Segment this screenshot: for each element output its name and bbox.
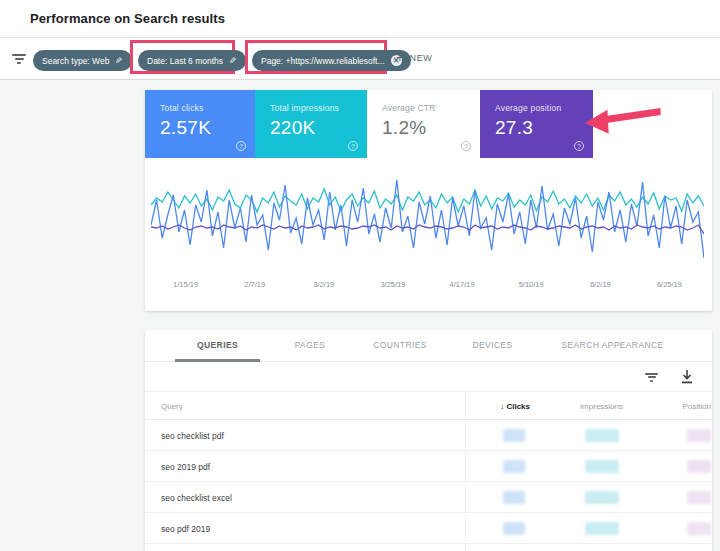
download-icon[interactable] — [681, 370, 693, 384]
annotation-arrow — [582, 102, 664, 138]
pencil-icon: ✎ — [229, 56, 237, 66]
trend-chart-area[interactable] — [151, 170, 704, 270]
performance-chart-card: Total clicks 2.57K ? Total impressions 2… — [145, 90, 712, 311]
metric-tile-average-ctr[interactable]: Average CTR 1.2% ? — [367, 90, 480, 158]
table-header-row: Query ↓ Clicks Impressions Position — [145, 392, 712, 420]
query-cell: seo 2019 pdf — [161, 462, 210, 472]
tab-search-appearance[interactable]: SEARCH APPEARANCE — [545, 340, 680, 350]
blurred-clicks-value — [503, 429, 525, 442]
column-header-query[interactable]: Query — [161, 402, 183, 411]
blurred-clicks-value — [503, 522, 525, 535]
help-icon[interactable]: ? — [236, 141, 246, 151]
column-header-clicks[interactable]: ↓ Clicks — [475, 402, 530, 411]
x-tick: 4/17/19 — [428, 280, 497, 289]
blurred-position-value — [687, 460, 711, 473]
tab-pages[interactable]: PAGES — [280, 340, 340, 350]
metric-value: 27.3 — [495, 117, 533, 139]
metric-tile-total-clicks[interactable]: Total clicks 2.57K ? — [145, 90, 255, 158]
chip-page-label: Page: +https://www.reliablesoft... — [261, 56, 385, 66]
chip-date-filter[interactable]: Date: Last 6 months ✎ — [138, 50, 246, 71]
metric-label: Total impressions — [270, 103, 339, 113]
blurred-clicks-value — [503, 460, 525, 473]
chip-page-filter[interactable]: Page: +https://www.reliablesoft... ✕ — [252, 50, 411, 71]
metric-label: Average position — [495, 103, 561, 113]
metric-value: 220K — [270, 117, 316, 139]
metric-value: 2.57K — [160, 117, 211, 139]
tab-devices[interactable]: DEVICES — [455, 340, 530, 350]
chip-date-label: Date: Last 6 months — [147, 56, 223, 66]
blurred-impressions-value — [585, 522, 619, 535]
metric-value: 1.2% — [382, 117, 427, 139]
plus-icon: + — [396, 51, 404, 64]
results-table-card: QUERIES PAGES COUNTRIES DEVICES SEARCH A… — [145, 330, 712, 551]
new-filter-button[interactable]: + NEW — [396, 51, 432, 64]
column-header-position[interactable]: Position — [641, 402, 711, 411]
metric-label: Total clicks — [160, 103, 204, 113]
chip-search-type[interactable]: Search type: Web ✎ — [33, 50, 132, 71]
table-row[interactable]: seo checklist pdf — [145, 420, 712, 451]
table-toolbar — [145, 362, 712, 392]
x-tick: 6/2/19 — [566, 280, 635, 289]
page-title: Performance on Search results — [30, 11, 225, 26]
help-icon[interactable]: ? — [574, 141, 584, 151]
table-rows: seo checklist pdf seo 2019 pdf seo check… — [145, 420, 712, 551]
blurred-position-value — [687, 491, 711, 504]
metric-label: Average CTR — [382, 103, 436, 113]
table-row[interactable]: seo 2019 pdf — [145, 451, 712, 482]
x-tick: 2/7/19 — [220, 280, 289, 289]
chart-x-axis-labels: 1/15/19 2/7/19 3/2/19 3/25/19 4/17/19 5/… — [151, 280, 704, 289]
series-clicks — [151, 180, 704, 258]
query-cell: seo checklist pdf — [161, 431, 224, 441]
table-row[interactable]: seo pdf 2019 — [145, 513, 712, 544]
new-filter-label: NEW — [410, 53, 433, 63]
help-icon[interactable]: ? — [348, 141, 358, 151]
metric-tile-average-position[interactable]: Average position 27.3 ? — [480, 90, 593, 158]
search-console-performance-page: Performance on Search results Search typ… — [0, 0, 720, 551]
tab-queries[interactable]: QUERIES — [175, 340, 260, 350]
filter-bar: Search type: Web ✎ Date: Last 6 months ✎… — [0, 38, 720, 80]
blurred-position-value — [687, 429, 711, 442]
metric-tile-total-impressions[interactable]: Total impressions 220K ? — [255, 90, 367, 158]
blurred-impressions-value — [585, 491, 619, 504]
pencil-icon: ✎ — [115, 56, 123, 66]
x-tick: 3/25/19 — [358, 280, 427, 289]
x-tick: 5/10/19 — [497, 280, 566, 289]
blurred-position-value — [687, 522, 711, 535]
trend-chart — [151, 170, 704, 270]
x-tick: 3/2/19 — [289, 280, 358, 289]
table-row[interactable]: seo checklist excel — [145, 482, 712, 513]
chip-search-type-label: Search type: Web — [42, 56, 109, 66]
blurred-impressions-value — [585, 460, 619, 473]
app-header: Performance on Search results — [0, 0, 720, 38]
sort-desc-icon: ↓ — [500, 402, 504, 411]
tab-countries[interactable]: COUNTRIES — [360, 340, 440, 350]
blurred-impressions-value — [585, 429, 619, 442]
help-icon[interactable]: ? — [461, 141, 471, 151]
query-cell: seo checklist excel — [161, 493, 232, 503]
table-filter-icon[interactable] — [645, 373, 658, 382]
x-tick: 1/15/19 — [151, 280, 220, 289]
query-cell: seo pdf 2019 — [161, 524, 210, 534]
column-header-impressions[interactable]: Impressions — [553, 402, 623, 411]
filter-icon[interactable] — [12, 54, 26, 64]
x-tick: 6/25/19 — [635, 280, 704, 289]
dimension-tabs: QUERIES PAGES COUNTRIES DEVICES SEARCH A… — [145, 330, 712, 362]
blurred-clicks-value — [503, 491, 525, 504]
